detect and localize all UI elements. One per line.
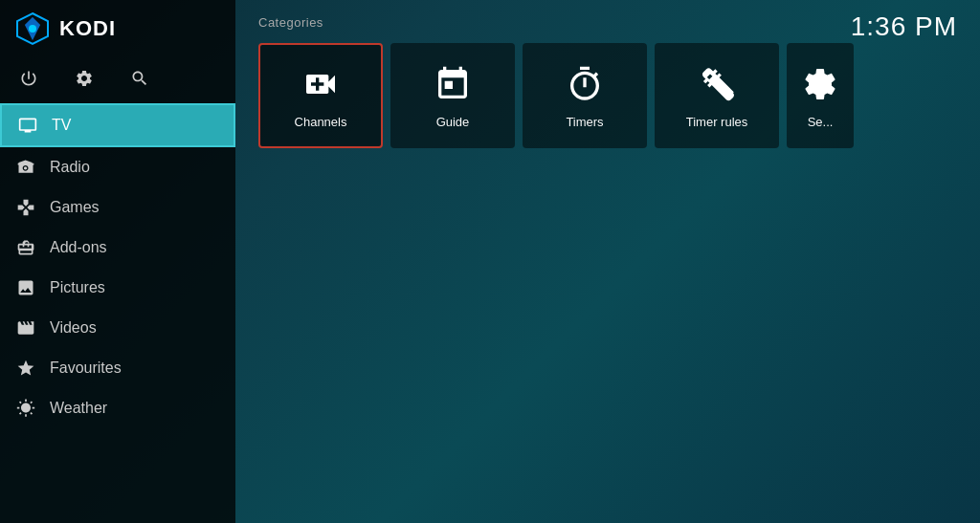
category-card-timer-rules[interactable]: Timer rules [655, 43, 779, 148]
sidebar-item-videos-label: Videos [50, 319, 97, 337]
settings-button[interactable] [71, 65, 98, 92]
sidebar-item-addons[interactable]: Add-ons [0, 228, 235, 268]
guide-icon [432, 63, 474, 105]
category-card-search[interactable]: Se... [787, 43, 854, 148]
sidebar-item-tv[interactable]: TV [0, 103, 235, 147]
sidebar-item-favourites-label: Favourites [50, 360, 122, 377]
sidebar-item-tv-label: TV [52, 117, 71, 134]
category-guide-label: Guide [436, 115, 470, 129]
sidebar-item-games-label: Games [50, 199, 100, 216]
svg-point-3 [29, 25, 36, 33]
main-content: Categories Channels Guide [235, 0, 980, 523]
category-timer-rules-label: Timer rules [686, 115, 748, 129]
tv-icon [17, 115, 38, 136]
app-header: KODI [0, 0, 235, 57]
category-timers-label: Timers [566, 115, 603, 129]
games-icon [15, 197, 36, 218]
categories-grid: Channels Guide Timers [258, 43, 957, 148]
sidebar-item-videos[interactable]: Videos [0, 308, 235, 348]
sidebar-item-pictures-label: Pictures [50, 279, 105, 296]
channels-icon [300, 63, 342, 105]
power-button[interactable] [15, 65, 42, 92]
sidebar: KODI TV [0, 0, 235, 523]
search-category-icon [799, 63, 841, 105]
clock: 1:36 PM [851, 11, 957, 42]
sidebar-item-radio[interactable]: Radio [0, 147, 235, 187]
sidebar-item-weather[interactable]: Weather [0, 388, 235, 428]
sidebar-nav: TV Radio Games [0, 103, 235, 523]
category-card-timers[interactable]: Timers [523, 43, 647, 148]
sidebar-item-radio-label: Radio [50, 159, 90, 176]
sidebar-item-weather-label: Weather [50, 400, 107, 417]
sidebar-item-pictures[interactable]: Pictures [0, 268, 235, 308]
sidebar-item-favourites[interactable]: Favourites [0, 348, 235, 388]
sidebar-item-games[interactable]: Games [0, 187, 235, 228]
timer-rules-icon [696, 63, 738, 105]
timers-icon [564, 63, 606, 105]
videos-icon [15, 317, 36, 338]
addons-icon [15, 237, 36, 258]
app-title: KODI [59, 16, 116, 41]
sidebar-actions [0, 57, 235, 103]
category-card-channels[interactable]: Channels [258, 43, 383, 148]
search-button[interactable] [126, 65, 153, 92]
favourites-icon [15, 358, 36, 379]
weather-icon [15, 398, 36, 419]
category-card-guide[interactable]: Guide [390, 43, 515, 148]
sidebar-item-addons-label: Add-ons [50, 239, 107, 256]
category-channels-label: Channels [295, 115, 347, 129]
category-search-label: Se... [808, 115, 834, 129]
radio-icon [15, 157, 36, 178]
kodi-logo-icon [15, 11, 50, 46]
pictures-icon [15, 277, 36, 298]
